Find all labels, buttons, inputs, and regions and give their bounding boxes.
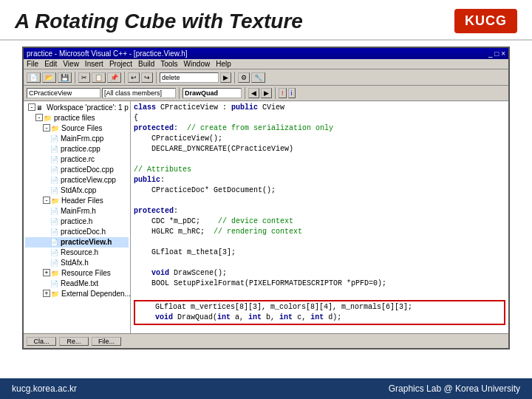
statusbar-resource-btn[interactable]: Re...	[59, 337, 89, 346]
toolbar-info[interactable]: i	[288, 88, 296, 98]
toolbar-save[interactable]: 💾	[58, 72, 72, 83]
code-line-4: CPracticeView();	[134, 134, 505, 144]
sidebar-file-mainfrm-cpp[interactable]: MainFrm.cpp	[25, 134, 129, 144]
class-dropdown[interactable]: CPracticeView	[27, 88, 100, 98]
menu-view[interactable]: View	[63, 60, 79, 68]
file-icon-stdafx-cpp	[50, 186, 59, 195]
sidebar-file-practicedoc-h[interactable]: practiceDoc.h	[25, 227, 129, 237]
practice-expand[interactable]: -	[35, 114, 43, 121]
sidebar-file-stdafx-h[interactable]: StdAfx.h	[25, 258, 129, 268]
menu-build[interactable]: Build	[138, 60, 154, 68]
source-label: Source Files	[61, 124, 103, 132]
file-icon-resource-h	[50, 248, 59, 257]
toolbar-nav2[interactable]: ▶	[261, 88, 272, 98]
delete-dropdown[interactable]: delete	[160, 72, 219, 83]
code-line-16	[134, 258, 505, 268]
toolbar-debug1[interactable]: ⚙	[238, 72, 250, 83]
toolbar-open[interactable]: 📂	[42, 72, 56, 83]
file-icon-practice-rc	[50, 155, 59, 164]
sidebar-practice-files[interactable]: - practice files	[25, 113, 129, 123]
sidebar-resource-files[interactable]: + Resource Files	[25, 268, 129, 279]
sidebar-source-files[interactable]: - Source Files	[25, 123, 129, 134]
sidebar-file-mainfrm-h[interactable]: MainFrm.h	[25, 206, 129, 216]
source-expand[interactable]: -	[43, 124, 50, 132]
statusbar-class-btn[interactable]: Cla...	[27, 337, 56, 346]
toolbar-sep1	[75, 72, 75, 83]
menu-insert[interactable]: Insert	[85, 60, 103, 68]
main-content: practice - Microsoft Visual C++ - [pract…	[0, 41, 532, 355]
toolbar-nav1[interactable]: ◀	[248, 88, 259, 98]
sidebar-workspace: - Workspace 'practice': 1 p	[25, 103, 129, 113]
sidebar-file-resource-h[interactable]: Resource.h	[25, 248, 129, 258]
sidebar-file-practiceview-cpp[interactable]: practiceView.cpp	[25, 175, 129, 185]
code-line-7: // Attributes	[134, 165, 505, 175]
code-line-8: public:	[134, 175, 505, 185]
ide-titlebar: practice - Microsoft Visual C++ - [pract…	[24, 48, 508, 59]
members-dropdown[interactable]: [All class members]	[102, 88, 176, 98]
code-line-11: protected:	[134, 206, 505, 216]
workspace-label: Workspace 'practice': 1 p	[47, 103, 129, 112]
sidebar-external-dep[interactable]: + External Dependen...	[25, 289, 129, 299]
slide-header: A Rotating Cube with Texture KUCG	[0, 0, 532, 41]
function-dropdown[interactable]: DrawQuad	[183, 88, 242, 98]
code-line-21: void DrawQuad(int a, int b, int c, int d…	[137, 313, 502, 323]
sidebar-file-stdafx-cpp[interactable]: StdAfx.cpp	[25, 185, 129, 196]
sidebar-file-practice-cpp[interactable]: practice.cpp	[25, 144, 129, 154]
highlighted-block: GLfloat m_vertices[8][3], m_colors[8][4]…	[134, 300, 505, 325]
menu-window[interactable]: Window	[184, 60, 211, 68]
toolbar-copy[interactable]: 📋	[92, 72, 106, 83]
menu-edit[interactable]: Edit	[44, 60, 57, 68]
sidebar-file-practicedoc-cpp[interactable]: practiceDoc.cpp	[25, 165, 129, 175]
header-expand[interactable]: -	[43, 197, 50, 204]
toolbar-go[interactable]: ▶	[220, 72, 231, 83]
file-icon-practiceview	[50, 176, 59, 185]
menu-tools[interactable]: Tools	[160, 60, 177, 68]
file-icon-readme	[50, 279, 59, 288]
code-line-18: BOOL SetupPixelFormat(PIXELFORMATDESCRIP…	[134, 279, 505, 289]
file-icon-practicedoc	[50, 166, 59, 174]
ide-title-text: practice - Microsoft Visual C++ - [pract…	[27, 50, 188, 58]
file-icon-practicedoc-h	[50, 228, 59, 236]
code-line-2: {	[134, 113, 505, 123]
statusbar-file-btn[interactable]: File...	[92, 337, 121, 346]
ide-sidebar: - Workspace 'practice': 1 p - practice f…	[24, 101, 131, 333]
toolbar-undo[interactable]: ↩	[128, 72, 140, 83]
sidebar-file-practice-rc[interactable]: practice.rc	[25, 154, 129, 165]
code-line-1: class CPracticeView : public CView	[134, 103, 505, 113]
file-icon-mainfrm-h	[50, 207, 59, 216]
sidebar-file-practiceview-h[interactable]: practiceView.h	[25, 237, 129, 248]
menu-project[interactable]: Project	[109, 60, 132, 68]
menu-file[interactable]: File	[27, 60, 38, 68]
menu-help[interactable]: Help	[216, 60, 231, 68]
code-line-13: HGLRC m_hRC; // rendering context	[134, 227, 505, 237]
file-label-practice-cpp: practice.cpp	[61, 145, 100, 153]
resource-expand[interactable]: +	[43, 269, 50, 276]
page-footer: kucg.korea.ac.kr Graphics Lab @ Korea Un…	[0, 378, 532, 399]
sidebar-file-practice-h[interactable]: practice.h	[25, 216, 129, 227]
file-label-readme: ReadMe.txt	[61, 279, 98, 287]
toolbar-debug2[interactable]: 🔧	[251, 72, 265, 83]
sidebar-file-readme[interactable]: ReadMe.txt	[25, 279, 129, 289]
code-line-14	[134, 237, 505, 248]
file-icon-mainfrm	[50, 134, 59, 143]
file-label-practiceview-h: practiceView.h	[61, 238, 112, 246]
code-line-5: DECLARE_DYNCREATE(CPracticeView)	[134, 144, 505, 154]
toolbar-redo[interactable]: ↪	[141, 72, 153, 83]
ide-code-area[interactable]: class CPracticeView : public CView { pro…	[131, 101, 508, 333]
ide-window-controls: _ □ ×	[488, 50, 505, 58]
file-label-practice-h: practice.h	[61, 217, 92, 225]
toolbar-paste[interactable]: 📌	[107, 72, 121, 83]
toolbar-new[interactable]: 📄	[27, 72, 41, 83]
workspace-expand[interactable]: -	[28, 103, 35, 111]
file-label-mainfrm-h: MainFrm.h	[61, 207, 96, 215]
toolbar-cut[interactable]: ✂	[78, 72, 90, 83]
toolbar-sep5	[179, 87, 180, 99]
external-expand[interactable]: +	[43, 290, 50, 297]
sidebar-tree: - Workspace 'practice': 1 p - practice f…	[24, 101, 130, 301]
sidebar-header-files[interactable]: - Header Files	[25, 196, 129, 206]
toolbar-sep4	[234, 72, 235, 83]
code-line-10	[134, 196, 505, 206]
file-label-resource-h: Resource.h	[61, 248, 98, 256]
ide-body: - Workspace 'practice': 1 p - practice f…	[24, 101, 508, 333]
toolbar-warn[interactable]: !	[279, 88, 287, 98]
